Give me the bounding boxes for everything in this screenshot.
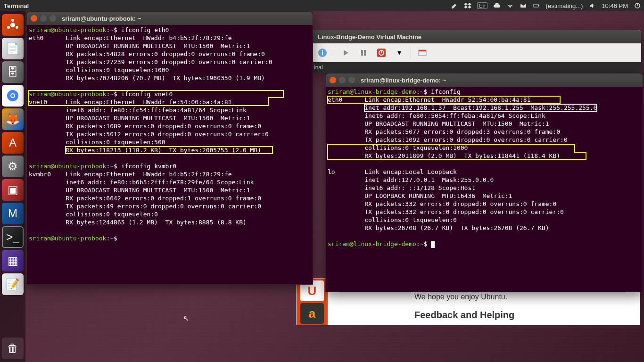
network-icon[interactable] xyxy=(506,2,514,9)
vm-toolbar: i ▾ xyxy=(311,43,641,62)
svg-rect-0 xyxy=(534,4,538,7)
svg-point-4 xyxy=(11,19,14,22)
mouse-cursor: ↖ xyxy=(183,314,189,323)
dropbox-icon[interactable] xyxy=(464,2,471,9)
terminal-title: sriram@ubuntu-probook: ~ xyxy=(62,15,141,23)
mail-icon[interactable] xyxy=(520,2,527,9)
vm-icon[interactable]: ▣ xyxy=(2,179,24,201)
amazon-icon[interactable]: a xyxy=(300,303,324,324)
terminal-icon[interactable]: >_ xyxy=(2,226,24,248)
terminal-body[interactable]: sriram@ubuntu-probook:~$ ifconfig eth0 e… xyxy=(27,25,313,243)
chrome-icon[interactable] xyxy=(2,85,24,107)
svg-point-5 xyxy=(16,26,18,29)
cursor xyxy=(431,241,435,248)
terminal-body[interactable]: sriram@linux-bridge-demo:~$ ifconfig eth… xyxy=(326,87,643,249)
welcome-text: We hope you enjoy Ubuntu. xyxy=(414,293,514,301)
firefox-icon[interactable]: 🦊 xyxy=(2,108,24,130)
highlight-guest-bytes: collisions:0 txqueuelen:1000 RX bytes:20… xyxy=(328,144,586,159)
welcome-launcher-strip: U a xyxy=(297,279,328,325)
software-center-icon[interactable]: A xyxy=(2,132,24,154)
volume-icon[interactable] xyxy=(588,2,596,9)
svg-point-9 xyxy=(11,94,14,97)
edit-icon[interactable] xyxy=(451,2,458,9)
battery-status: (estimating...) xyxy=(546,2,583,9)
highlight-vnet-bytes: RX bytes:118213 (118.2 KB) TX bytes:2005… xyxy=(66,147,272,154)
svg-rect-16 xyxy=(381,50,382,53)
video-editor-icon[interactable]: ▦ xyxy=(2,250,24,272)
maximize-button[interactable] xyxy=(348,77,355,83)
highlight-vnet-cmd: sriram@ubuntu-probook:~$ ifconfig vnet0 … xyxy=(29,90,283,106)
text-editor-icon[interactable]: 📝 xyxy=(2,273,24,295)
meld-icon[interactable]: M xyxy=(2,203,24,224)
vm-window-title: Linux-Bridge-Demo Virtual Machine xyxy=(318,33,421,41)
welcome-heading: Feedback and Helping xyxy=(414,310,514,321)
highlight-guest-inet: inet addr:192.168.1.37 Bcast:192.168.1.2… xyxy=(364,104,597,111)
clock[interactable]: 10:46 PM xyxy=(602,2,628,9)
dash-icon[interactable] xyxy=(2,14,24,36)
vm-manager-window: Linux-Bridge-Demo Virtual Machine i ▾ in… xyxy=(311,30,641,73)
host-terminal-window[interactable]: sriram@ubuntu-probook: ~ sriram@ubuntu-p… xyxy=(26,11,313,285)
play-button[interactable] xyxy=(339,46,352,59)
close-button[interactable] xyxy=(31,15,37,22)
cloud-icon[interactable] xyxy=(493,2,501,9)
files-icon[interactable]: 🗄 xyxy=(2,61,24,83)
minimize-button[interactable] xyxy=(339,77,346,83)
battery-icon[interactable] xyxy=(533,2,540,9)
top-panel: Terminal En (estimating...) 10:46 PM xyxy=(0,0,644,11)
svg-point-6 xyxy=(7,26,10,29)
session-icon[interactable] xyxy=(634,2,641,9)
svg-rect-1 xyxy=(538,5,539,6)
svg-rect-13 xyxy=(364,50,366,56)
highlight-guest-eth0-hdr: eth0 Link encap:Ethernet HWaddr 52:54:00… xyxy=(328,96,560,103)
terminal-title: sriram@linux-bridge-demo: ~ xyxy=(361,76,446,84)
vm-inner-panel: inal xyxy=(311,62,641,73)
svg-point-3 xyxy=(10,23,15,27)
minimize-button[interactable] xyxy=(40,15,47,22)
power-button[interactable] xyxy=(375,46,388,59)
keyboard-layout-indicator[interactable]: En xyxy=(477,2,487,9)
svg-text:i: i xyxy=(322,49,323,57)
fullscreen-button[interactable] xyxy=(416,46,429,59)
document-icon[interactable]: 📄 xyxy=(2,38,24,59)
info-button[interactable]: i xyxy=(316,46,329,59)
unity-launcher: 📄 🗄 🦊 A ⚙ ▣ M >_ ▦ 📝 🗑 xyxy=(0,11,25,362)
trash-icon[interactable]: 🗑 xyxy=(2,337,24,359)
active-app-label: Terminal xyxy=(4,2,29,9)
pause-button[interactable] xyxy=(357,46,370,59)
dropdown-button[interactable]: ▾ xyxy=(393,46,406,59)
guest-terminal-window[interactable]: sriram@linux-bridge-demo: ~ sriram@linux… xyxy=(325,73,643,292)
svg-rect-12 xyxy=(361,50,363,56)
settings-icon[interactable]: ⚙ xyxy=(2,156,24,177)
maximize-button[interactable] xyxy=(50,15,56,22)
svg-rect-18 xyxy=(419,50,426,51)
close-button[interactable] xyxy=(330,77,336,83)
